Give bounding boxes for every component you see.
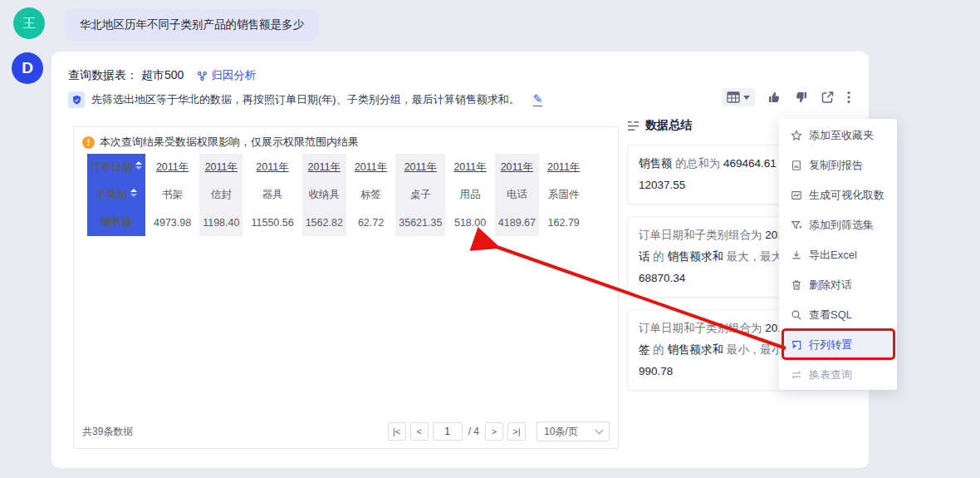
thumbs-down-icon [794, 91, 808, 104]
menu-item-view-sql[interactable]: 查看SQL [779, 300, 897, 330]
last-page-button[interactable]: >| [507, 422, 526, 441]
query-table-name: 超市500 [141, 68, 184, 83]
menu-item-label: 删除对话 [809, 278, 852, 293]
table-icon [727, 91, 740, 103]
menu-item-add-to-filter-set[interactable]: 添加到筛选集 [779, 210, 897, 240]
page-size-value: 10条/页 [544, 425, 578, 439]
pagination-bar: 共39条数据 |< < / 4 > >| 10条/页 [82, 421, 610, 441]
cell-sales: 1198.40 [199, 209, 243, 236]
row-header-sales[interactable]: 销售额 [87, 209, 145, 236]
swap-icon [791, 369, 802, 381]
page-total-label: / 4 [468, 426, 479, 437]
permission-notice: ! 本次查询结果受数据权限影响，仅展示权限范围内结果 [82, 135, 359, 150]
cell-sales: 1562.82 [302, 209, 346, 236]
prev-page-button[interactable]: < [410, 422, 429, 441]
warning-icon: ! [82, 136, 95, 149]
menu-item-label: 添加至收藏夹 [809, 128, 874, 143]
cell-subcategory: 桌子 [395, 181, 445, 209]
sort-icon[interactable] [135, 161, 142, 170]
permission-notice-text: 本次查询结果受数据权限影响，仅展示权限范围内结果 [100, 135, 359, 150]
cell-subcategory: 信封 [199, 181, 243, 209]
query-table-header: 查询数据表： 超市500 归因分析 [68, 68, 256, 83]
menu-item-copy-to-report[interactable]: 复制到报告 [779, 150, 897, 180]
attribution-icon [197, 71, 208, 81]
attribution-analysis-link[interactable]: 归因分析 [197, 68, 256, 83]
next-page-button[interactable]: > [485, 422, 503, 441]
table-style-button[interactable] [722, 88, 755, 106]
cell-subcategory: 收纳具 [302, 181, 346, 209]
total-count-label: 共39条数据 [82, 425, 133, 439]
user-avatar: 王 [13, 7, 45, 39]
pivot-table: 订单日期 2011年 2011年 2011年 2011年 2011年 2011年… [82, 154, 588, 236]
search-icon [791, 309, 802, 321]
menu-item-export-excel[interactable]: 导出Excel [779, 240, 897, 270]
summary-list-icon [627, 121, 639, 131]
menu-item-delete-conversation[interactable]: 删除对话 [779, 270, 897, 300]
trash-icon [791, 279, 802, 291]
thumbs-up-button[interactable] [767, 91, 782, 104]
menu-item-label: 添加到筛选集 [809, 218, 874, 233]
share-button[interactable] [821, 91, 835, 104]
thumbs-down-button[interactable] [794, 91, 808, 104]
menu-item-label: 生成可视化取数 [809, 188, 884, 203]
table-row: 销售额 4973.98 1198.40 11550.56 1562.82 62.… [87, 209, 583, 236]
star-icon [791, 130, 802, 141]
chevron-down-icon [743, 96, 750, 100]
sort-icon[interactable] [130, 189, 137, 197]
page-size-select[interactable]: 10条/页 [537, 421, 610, 441]
cell-year[interactable]: 2011年 [199, 154, 243, 181]
cell-subcategory: 书架 [150, 181, 194, 209]
cell-year[interactable]: 2011年 [302, 154, 346, 181]
chevron-down-icon [595, 426, 604, 435]
shield-icon [68, 91, 85, 108]
menu-item-add-to-favorites[interactable]: 添加至收藏夹 [779, 121, 897, 150]
cell-sales: 62.72 [351, 209, 390, 236]
menu-item-label: 行列转置 [809, 338, 852, 352]
row-header-subcategory[interactable]: 子类别 [87, 181, 145, 209]
cell-subcategory: 用品 [450, 181, 489, 209]
query-logic-row: 先筛选出地区等于华北的数据，再按照订单日期(年)、子类别分组，最后计算销售额求和… [68, 91, 542, 108]
more-actions-menu: 添加至收藏夹 复制到报告 生成可视化取数 添加到筛选集 导出Excel 删除对话… [779, 119, 897, 390]
menu-item-label: 复制到报告 [809, 158, 863, 173]
more-actions-button[interactable] [847, 91, 850, 104]
cell-year[interactable]: 2011年 [395, 154, 445, 181]
table-row: 子类别 书架 信封 器具 收纳具 标签 桌子 用品 电话 系固件 [87, 181, 583, 209]
user-message-bubble: 华北地区历年不同子类别产品的销售额是多少 [65, 9, 319, 41]
kebab-menu-icon [847, 91, 850, 104]
query-table-label: 查询数据表： [68, 68, 138, 83]
cell-sales: 35621.35 [395, 209, 445, 236]
cell-subcategory: 标签 [351, 181, 390, 209]
cell-sales: 4973.98 [150, 209, 194, 236]
menu-item-switch-table-query[interactable]: 换表查询 [779, 360, 897, 390]
result-table-panel: ! 本次查询结果受数据权限影响，仅展示权限范围内结果 订单日期 2011年 20… [73, 126, 619, 449]
query-logic-text: 先筛选出地区等于华北的数据，再按照订单日期(年)、子类别分组，最后计算销售额求和… [91, 92, 520, 107]
cell-sales: 11550.56 [247, 209, 296, 236]
table-row: 订单日期 2011年 2011年 2011年 2011年 2011年 2011年… [87, 154, 583, 181]
edit-icon[interactable]: ✎ [533, 93, 543, 106]
cell-year[interactable]: 2011年 [247, 154, 296, 181]
cell-sales: 4189.67 [495, 209, 539, 236]
transpose-icon [791, 339, 802, 351]
page-number-input[interactable] [433, 422, 463, 441]
share-icon [821, 91, 835, 104]
summary-title: 数据总结 [645, 118, 692, 133]
attribution-label: 归因分析 [211, 68, 256, 83]
cell-year[interactable]: 2011年 [495, 154, 539, 181]
cell-subcategory: 器具 [247, 181, 296, 209]
menu-item-label: 导出Excel [809, 248, 857, 263]
row-header-order-date[interactable]: 订单日期 [87, 154, 145, 181]
chart-icon [791, 190, 802, 201]
first-page-button[interactable]: |< [388, 422, 406, 441]
cell-year[interactable]: 2011年 [351, 154, 390, 181]
thumbs-up-icon [767, 91, 782, 104]
cell-subcategory: 电话 [495, 181, 539, 209]
menu-item-label: 换表查询 [809, 367, 852, 382]
menu-item-generate-visualization[interactable]: 生成可视化取数 [779, 180, 897, 210]
download-icon [791, 249, 802, 261]
menu-item-transpose[interactable]: 行列转置 [779, 330, 897, 360]
cell-year[interactable]: 2011年 [544, 154, 583, 181]
cell-year[interactable]: 2011年 [450, 154, 489, 181]
cell-sales: 162.79 [544, 209, 583, 236]
report-icon [791, 160, 802, 171]
cell-year[interactable]: 2011年 [150, 154, 194, 181]
